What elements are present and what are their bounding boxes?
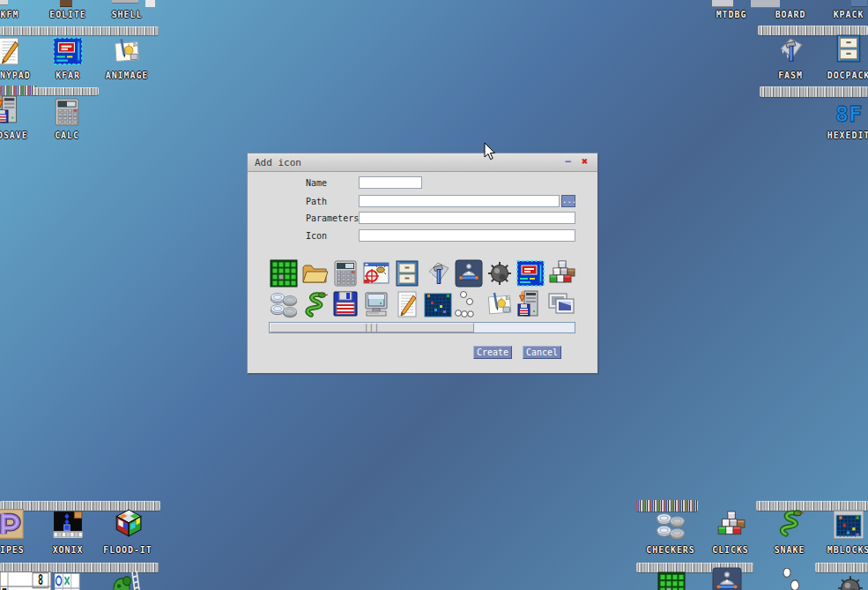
kfm-icon-fragment[interactable] <box>0 0 8 5</box>
desktop-label-calc[interactable]: CALC <box>55 131 79 140</box>
desktop-label-shell[interactable]: SHELL <box>112 10 143 19</box>
desktop-icon-kfar[interactable] <box>53 36 83 66</box>
desktop-label-eolite[interactable]: EOLITE <box>49 10 86 19</box>
desktop-label-tinypad[interactable]: NYPAD <box>0 71 31 80</box>
dialog-titlebar[interactable]: Add icon − ✖ <box>248 153 597 172</box>
desktop-label-rdsave[interactable]: DSAVE <box>0 131 28 140</box>
desktop-label-mtdbg[interactable]: MTDBG <box>716 10 747 19</box>
desktop-label-fasm[interactable]: FASM <box>778 71 803 80</box>
kolibrios-desktop: { "desktop": { "background_colors": {"li… <box>0 0 868 590</box>
desktop-label-kfar[interactable]: KFAR <box>56 71 80 80</box>
kpack-icon-fragment[interactable] <box>851 0 867 7</box>
desktop-icon-sudoku-game[interactable]: 87 <box>0 571 51 590</box>
shell-icon-fragment[interactable] <box>112 0 138 4</box>
desktop-icon-atoms-game[interactable] <box>781 568 802 590</box>
desktop-icon-fasm[interactable] <box>775 35 805 65</box>
desktop-label-board[interactable]: BOARD <box>775 10 806 19</box>
desktop-label-kpack[interactable]: KPACK <box>834 10 864 19</box>
minimize-icon[interactable]: − <box>561 155 575 168</box>
noise-band <box>815 563 868 572</box>
grid-icon-animage[interactable] <box>486 290 514 318</box>
grid-icon-bugwin[interactable] <box>362 259 390 288</box>
desktop-icon-mine-game[interactable] <box>835 573 865 590</box>
path-input[interactable] <box>359 195 560 207</box>
grid-icon-darkgrid[interactable] <box>424 290 452 318</box>
mouse-cursor <box>484 142 496 161</box>
desktop-label-xonix[interactable]: XONIX <box>53 545 84 555</box>
desktop-label-pipes[interactable]: IPES <box>0 545 25 555</box>
parameters-input[interactable] <box>359 212 575 224</box>
create-button[interactable]: Create <box>473 346 512 359</box>
grid-icon-folder[interactable] <box>300 259 329 288</box>
desktop-icon-checkers[interactable] <box>656 511 686 541</box>
desktop-label-hexedit[interactable]: HEXEDIT <box>827 131 868 140</box>
desktop-icon-xonix[interactable] <box>53 510 83 540</box>
add-icon-dialog: Add icon − ✖ Name Path ... Parameters Ic… <box>247 153 599 375</box>
icon-fragment[interactable] <box>145 0 155 8</box>
desktop-icon-lamp-game[interactable] <box>712 567 742 590</box>
icon-grid-scrollbar[interactable]: ||| <box>269 322 575 333</box>
desktop-label-mblocks[interactable]: MBLOCKS <box>827 545 868 555</box>
grid-icon-calculator[interactable] <box>331 259 360 288</box>
grid-icon-molecules[interactable] <box>455 290 483 318</box>
svg-text:8: 8 <box>38 572 43 588</box>
grid-icon-checkers[interactable] <box>270 290 298 318</box>
desktop-icon-flood-it[interactable] <box>113 508 143 538</box>
desktop-icon-calc[interactable] <box>52 97 82 127</box>
desktop-icon-snake[interactable] <box>775 508 805 538</box>
browse-button[interactable]: ... <box>561 195 575 207</box>
grid-icon-cabinet[interactable] <box>393 259 421 288</box>
noise-band <box>33 87 99 95</box>
grid-icon-greengrid[interactable] <box>270 259 298 288</box>
desktop-icon-docpack[interactable] <box>834 34 864 63</box>
grid-icon-lamp[interactable] <box>455 259 483 288</box>
desktop-icon-rdsave[interactable] <box>0 95 24 125</box>
eolite-icon-fragment[interactable] <box>60 0 72 7</box>
icon-input[interactable] <box>359 229 575 242</box>
grid-icon-displays[interactable] <box>547 290 575 318</box>
dialog-title: Add icon <box>255 157 301 168</box>
grid-icon-monitor[interactable] <box>362 290 390 318</box>
grid-icon-cubes[interactable] <box>547 259 575 288</box>
grid-icon-notepad[interactable] <box>393 290 421 318</box>
desktop-icon-hexedit[interactable]: 8F <box>834 97 864 127</box>
grid-icon-kfarwin[interactable] <box>516 259 545 288</box>
desktop-icon-clicks[interactable] <box>716 510 746 540</box>
desktop-label-docpack[interactable]: DOCPACK <box>827 71 868 80</box>
desktop-icon-tinypad[interactable] <box>0 36 24 66</box>
grid-icon-snake[interactable] <box>300 290 329 318</box>
grid-icon-hammer[interactable] <box>424 259 452 288</box>
name-input[interactable] <box>359 176 422 189</box>
svg-text:8F: 8F <box>835 101 863 127</box>
noise-band <box>0 86 37 95</box>
icon-label: Icon <box>306 231 327 241</box>
grid-icon-mine[interactable] <box>486 259 514 288</box>
parameters-label: Parameters <box>306 213 359 223</box>
cancel-button[interactable]: Cancel <box>523 346 561 359</box>
mtdbg-icon-fragment[interactable] <box>712 0 733 7</box>
close-icon[interactable]: ✖ <box>578 155 591 168</box>
grid-icon-towerfloppy[interactable] <box>516 290 545 318</box>
noise-band <box>760 86 868 97</box>
scrollbar-thumb[interactable]: ||| <box>270 323 474 332</box>
name-label: Name <box>306 178 327 188</box>
desktop-icon-animage[interactable] <box>112 36 142 66</box>
path-label: Path <box>306 197 327 206</box>
desktop-icon-keypad-game[interactable] <box>657 571 686 590</box>
desktop-icon-mblocks[interactable] <box>834 510 864 540</box>
desktop-label-clicks[interactable]: CLICKS <box>712 545 749 555</box>
desktop-icon-tictactoe-game[interactable] <box>55 573 81 590</box>
svg-text:7: 7 <box>2 586 7 590</box>
board-icon-fragment[interactable] <box>751 0 780 8</box>
desktop-icon-pipes[interactable] <box>0 509 24 539</box>
desktop-label-flood-it[interactable]: FLOOD-IT <box>103 545 152 555</box>
desktop-icon-green-creature-game[interactable] <box>111 570 143 590</box>
grid-icon-floppy[interactable] <box>331 290 360 318</box>
desktop-label-animage[interactable]: ANIMAGE <box>106 71 148 80</box>
desktop-label-snake[interactable]: SNAKE <box>775 545 805 555</box>
noise-band <box>0 26 159 35</box>
desktop-label-kfm[interactable]: KFM <box>1 10 19 19</box>
desktop-label-checkers[interactable]: CHECKERS <box>646 545 694 555</box>
